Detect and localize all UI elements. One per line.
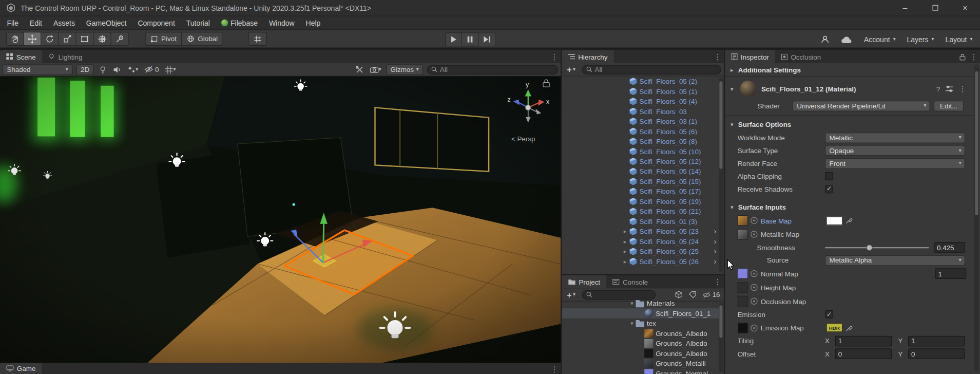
occlusion-map-object-picker[interactable] xyxy=(751,298,757,305)
scale-tool-button[interactable] xyxy=(59,32,76,46)
project-item[interactable]: Grounds_Normal xyxy=(562,368,719,374)
game-menu-icon[interactable]: ⋮ xyxy=(551,365,559,373)
folder-arrow-icon[interactable] xyxy=(628,300,636,306)
menu-item[interactable]: Component xyxy=(132,16,180,30)
hierarchy-item[interactable]: Scifi_Floors_05 (21) xyxy=(562,207,719,216)
emission-color-swatch[interactable]: HDR xyxy=(827,323,843,332)
project-item[interactable]: Scifi_Floors_01_1 xyxy=(562,308,719,318)
project-item[interactable]: Grounds_Metalli xyxy=(562,359,719,368)
global-toggle-button[interactable]: Global xyxy=(182,32,223,46)
height-map-object-picker[interactable] xyxy=(751,284,757,291)
hierarchy-item[interactable]: Scifi_Floors_05 (12) xyxy=(562,156,719,166)
pause-button[interactable] xyxy=(462,32,479,46)
offset-x-field[interactable]: 0 xyxy=(835,348,892,359)
smoothness-field[interactable]: 0.425 xyxy=(934,242,965,253)
emission-checkbox[interactable]: ✓ xyxy=(825,310,833,319)
cloud-icon[interactable] xyxy=(841,35,853,44)
hierarchy-scrollbar[interactable] xyxy=(719,78,723,272)
tab-console[interactable]: Console xyxy=(606,275,654,289)
material-foldout-arrow[interactable]: ▾ xyxy=(729,86,735,92)
camera-settings-button[interactable]: ▾ xyxy=(369,66,382,72)
maximize-button[interactable] xyxy=(920,0,950,15)
open-prefab-icon[interactable] xyxy=(714,258,716,266)
surface-inputs-foldout[interactable]: ▾ Surface Inputs xyxy=(725,200,972,214)
search-by-type-button[interactable] xyxy=(674,291,683,298)
scene-viewport[interactable]: y x z < Persp xyxy=(0,77,561,363)
rotate-tool-button[interactable] xyxy=(41,32,59,46)
hidden-packages-toggle[interactable]: 16 xyxy=(701,291,721,298)
hierarchy-item[interactable]: Scifi_Floors_05 (15) xyxy=(562,176,719,186)
base-color-swatch[interactable] xyxy=(827,216,843,225)
tab-project[interactable]: Project xyxy=(562,275,607,289)
metallic-map-thumbnail[interactable] xyxy=(738,229,748,240)
menu-item[interactable]: Edit xyxy=(24,16,48,30)
menu-item[interactable]: File xyxy=(1,16,24,30)
shading-mode-dropdown[interactable]: Shaded▾ xyxy=(3,64,72,75)
project-scrollbar[interactable] xyxy=(719,303,723,372)
tab-lighting[interactable]: Lighting xyxy=(42,50,89,63)
move-tool-button[interactable] xyxy=(24,32,41,46)
render-face-dropdown[interactable]: Front▾ xyxy=(825,158,965,169)
hierarchy-menu-icon[interactable]: ⋮ xyxy=(714,52,721,61)
project-item[interactable]: Grounds_Albedo xyxy=(562,328,719,338)
workflow-mode-dropdown[interactable]: Metallic▾ xyxy=(825,133,965,143)
project-item[interactable]: Materials xyxy=(562,298,719,308)
menu-item[interactable]: GameObject xyxy=(81,16,132,30)
shader-edit-button[interactable]: Edit... xyxy=(934,100,964,111)
tab-inspector[interactable]: Inspector xyxy=(725,50,775,63)
menu-item[interactable]: Tutorial xyxy=(181,16,216,30)
open-prefab-icon[interactable] xyxy=(714,238,716,246)
tab-hierarchy[interactable]: Hierarchy xyxy=(562,50,614,63)
base-map-object-picker[interactable] xyxy=(751,217,757,223)
scene-search-input[interactable]: All xyxy=(427,65,559,74)
2d-toggle[interactable]: 2D xyxy=(76,64,94,75)
metallic-map-object-picker[interactable] xyxy=(751,231,757,237)
hierarchy-item[interactable]: Scifi_Floors_05 (23 xyxy=(562,227,719,236)
hierarchy-item[interactable]: Scifi_Floors_05 (14) xyxy=(562,166,719,176)
hierarchy-item[interactable]: Scifi_Floors_05 (6) xyxy=(562,126,719,136)
project-item[interactable]: tex xyxy=(562,319,719,328)
menu-item[interactable]: Window xyxy=(263,16,300,30)
inspector-menu-icon[interactable]: ⋮ xyxy=(970,52,978,61)
close-button[interactable]: × xyxy=(950,0,980,15)
material-preview-sphere[interactable] xyxy=(740,81,757,97)
receive-shadows-checkbox[interactable]: ✓ xyxy=(825,185,833,193)
hierarchy-item[interactable]: Scifi_Floors_05 (24 xyxy=(562,236,719,246)
hierarchy-item[interactable]: Scifi_Floors_05 (25 xyxy=(562,247,719,256)
emission-map-thumbnail[interactable] xyxy=(738,323,748,333)
menu-item[interactable]: Filebase xyxy=(216,16,263,30)
surface-options-foldout[interactable]: ▾ Surface Options xyxy=(725,118,972,132)
open-prefab-icon[interactable] xyxy=(714,248,716,255)
smoothness-slider[interactable] xyxy=(825,242,929,253)
collab-icon[interactable] xyxy=(820,34,830,44)
material-menu-icon[interactable]: ⋮ xyxy=(959,84,967,93)
hierarchy-create-button[interactable]: +▾ xyxy=(564,65,578,73)
gizmos-dropdown[interactable]: Gizmos▾ xyxy=(386,64,423,75)
transform-tool-button[interactable] xyxy=(94,32,111,46)
emission-map-object-picker[interactable] xyxy=(751,324,757,331)
scene-menu-icon[interactable]: ⋮ xyxy=(551,52,559,61)
menu-item[interactable]: Assets xyxy=(48,16,81,30)
tiling-y-field[interactable]: 1 xyxy=(908,335,965,346)
project-menu-icon[interactable]: ⋮ xyxy=(714,277,721,286)
hierarchy-item[interactable]: Scifi_Floors_05 (8) xyxy=(562,136,719,146)
scene-effects-dropdown[interactable]: ▾ xyxy=(126,65,140,73)
step-button[interactable] xyxy=(479,32,496,46)
scene-visibility-toggle[interactable]: 0 xyxy=(143,66,160,73)
expand-arrow-icon[interactable] xyxy=(621,238,629,245)
offset-y-field[interactable]: 0 xyxy=(908,348,965,359)
tab-scene[interactable]: Scene xyxy=(0,50,42,63)
hierarchy-item[interactable]: Scifi_Floors_03 xyxy=(562,106,719,116)
hierarchy-item[interactable]: Scifi_Floors_05 (4) xyxy=(562,96,719,106)
project-item[interactable]: Grounds_Albedo xyxy=(562,348,719,358)
open-prefab-icon[interactable] xyxy=(714,228,716,235)
source-dropdown[interactable]: Metallic Alpha▾ xyxy=(825,255,965,266)
inspector-scrollbar[interactable] xyxy=(974,65,979,372)
menu-item[interactable]: Help xyxy=(300,16,326,30)
eyedropper-icon[interactable] xyxy=(846,217,852,223)
hierarchy-item[interactable]: Scifi_Floors_05 (26 xyxy=(562,256,719,266)
account-dropdown[interactable]: Account▾ xyxy=(864,35,896,43)
custom-tool-button[interactable] xyxy=(111,32,129,46)
project-item[interactable]: Grounds_Albedo xyxy=(562,339,719,348)
normal-scale-field[interactable]: 1 xyxy=(935,268,966,279)
